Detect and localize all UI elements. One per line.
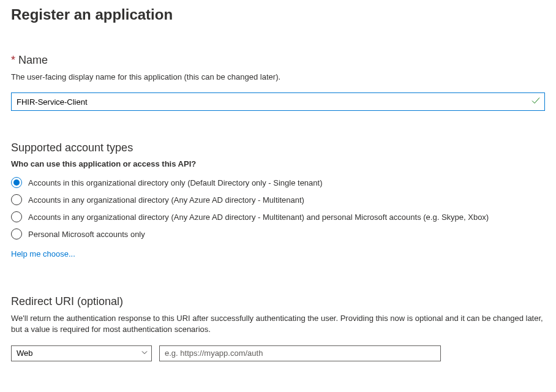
help-me-choose-link[interactable]: Help me choose... [11,249,75,258]
redirect-description: We'll return the authentication response… [11,313,545,335]
platform-select[interactable]: Web [11,345,152,361]
account-types-question: Who can use this application or access t… [11,159,545,168]
account-type-option-3[interactable]: Personal Microsoft accounts only [11,228,545,239]
radio-indicator [11,177,22,188]
name-input[interactable] [11,92,545,111]
name-description: The user-facing display name for this ap… [11,72,545,83]
page-title: Register an application [11,6,545,23]
radio-indicator [11,211,22,222]
redirect-uri-input[interactable] [159,345,441,361]
check-icon [532,97,540,107]
account-type-option-0[interactable]: Accounts in this organizational director… [11,177,545,188]
radio-indicator [11,228,22,239]
name-label: * Name [11,54,545,67]
account-types-heading: Supported account types [11,141,545,154]
required-asterisk: * [11,54,15,66]
redirect-heading: Redirect URI (optional) [11,295,545,308]
account-type-option-2[interactable]: Accounts in any organizational directory… [11,211,545,222]
radio-label: Accounts in any organizational directory… [28,213,489,222]
radio-label: Accounts in this organizational director… [28,178,323,187]
radio-label: Personal Microsoft accounts only [28,230,145,239]
account-type-option-1[interactable]: Accounts in any organizational directory… [11,194,545,205]
account-types-radio-group: Accounts in this organizational director… [11,177,545,239]
radio-label: Accounts in any organizational directory… [28,195,304,205]
radio-indicator [11,194,22,205]
